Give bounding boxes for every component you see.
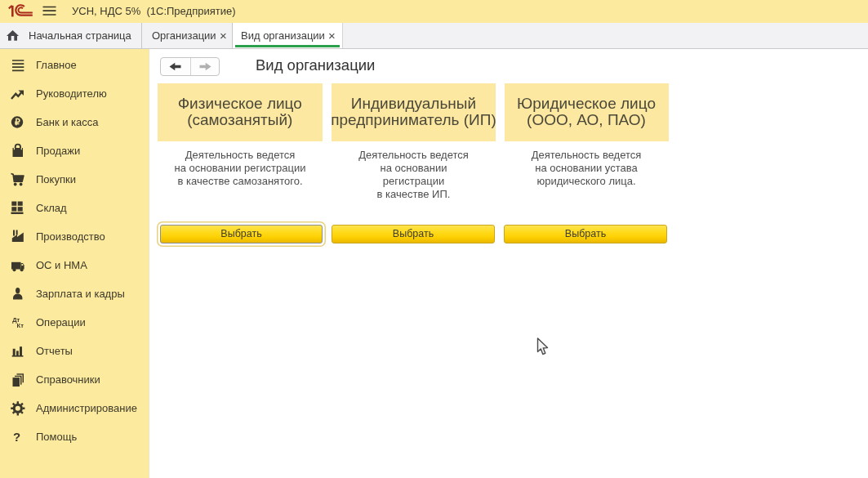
svg-text:?: ? xyxy=(13,429,20,443)
svg-text:₽: ₽ xyxy=(15,117,20,127)
svg-text:Кт: Кт xyxy=(17,322,24,329)
